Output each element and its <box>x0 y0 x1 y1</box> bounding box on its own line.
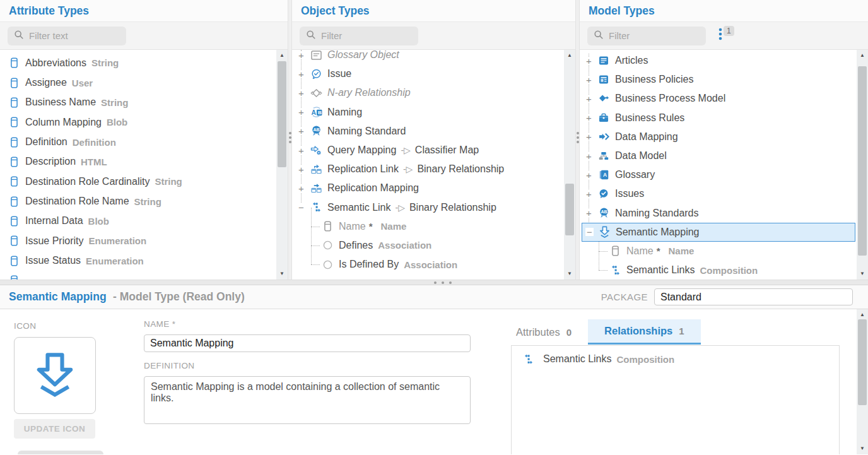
expander-icon[interactable]: + <box>585 76 593 84</box>
scroll-up-icon[interactable]: ▲ <box>857 311 868 319</box>
tree-item[interactable]: Is Defined ByAssociation <box>292 255 563 274</box>
expander-icon[interactable]: + <box>585 95 593 103</box>
tree-item[interactable]: −Semantic Mapping <box>582 223 855 242</box>
scroll-thumb[interactable] <box>278 61 286 167</box>
tree-item[interactable]: +ABNaming Standard <box>292 122 563 141</box>
tree-item[interactable]: Name*Name <box>580 242 855 261</box>
tree-item[interactable]: +N-ary Relationship <box>292 83 563 102</box>
tree-item[interactable]: DefinesAssociation <box>292 236 563 255</box>
object-types-scrollbar[interactable]: ▲ ▼ <box>564 50 575 280</box>
expander-icon[interactable]: + <box>297 165 305 174</box>
attribute-type-item[interactable]: Destination Role CardinalityString <box>0 172 288 191</box>
tree-item-label: Naming <box>327 107 362 118</box>
tree-item[interactable]: +AGlossary <box>580 165 855 184</box>
business-process-icon <box>596 94 611 103</box>
scroll-down-icon[interactable]: ▼ <box>857 270 868 278</box>
attribute-types-list-area: AbbreviationsStringAssigneeUserBusiness … <box>0 50 288 280</box>
tree-item[interactable]: +Business Policies <box>580 70 855 89</box>
attribute-type-item[interactable]: Destination Role NameString <box>0 191 288 211</box>
tab-relationships[interactable]: Relationships 1 <box>588 319 701 345</box>
tree-item[interactable]: +Query Mapping-▷Classifier Map <box>292 141 563 160</box>
attribute-type-item[interactable]: Issue PriorityEnumeration <box>0 231 288 251</box>
scroll-up-icon[interactable]: ▲ <box>564 52 575 59</box>
scroll-thumb[interactable] <box>565 184 574 235</box>
tree-item[interactable]: Name*Name <box>292 217 563 236</box>
package-input[interactable] <box>654 288 853 305</box>
expander-icon[interactable]: + <box>297 51 305 59</box>
scroll-up-icon[interactable]: ▲ <box>276 52 288 59</box>
expander-icon[interactable]: + <box>585 152 593 160</box>
svg-text:AB: AB <box>313 128 319 133</box>
splitter-right[interactable] <box>575 0 580 280</box>
update-icon-button[interactable]: UPDATE ICON <box>14 419 95 439</box>
tree-item[interactable]: +Issue <box>292 64 563 83</box>
attribute-type-item[interactable]: AssigneeUser <box>0 73 288 92</box>
tree-item[interactable]: +Data Mapping <box>580 127 855 146</box>
expander-icon[interactable]: + <box>585 57 593 65</box>
scroll-thumb[interactable] <box>858 66 867 256</box>
attribute-types-scrollbar[interactable]: ▲ ▼ <box>276 50 288 280</box>
object-types-filter[interactable] <box>300 27 418 45</box>
expander-icon[interactable]: − <box>585 228 594 236</box>
expander-icon[interactable]: + <box>585 209 593 217</box>
tree-item-qualifier: Name <box>669 245 695 256</box>
expander-icon[interactable]: + <box>585 190 593 198</box>
tree-item[interactable]: +Data Model <box>580 146 855 165</box>
tree-item[interactable]: +Replication Mapping <box>292 179 563 198</box>
attribute-type-item[interactable]: DefinitionDefinition <box>0 132 288 151</box>
tab-attributes-label: Attributes <box>516 326 560 338</box>
attribute-type-item[interactable]: Internal DataBlob <box>0 211 288 231</box>
scroll-thumb[interactable] <box>858 319 867 405</box>
attribute-types-panel: Attribute Types AbbreviationsStringAssig… <box>0 0 288 280</box>
horizontal-splitter[interactable] <box>0 280 868 285</box>
relationship-item[interactable]: Semantic LinksComposition <box>512 346 839 365</box>
expander-icon[interactable]: − <box>297 203 305 211</box>
attribute-type-item[interactable]: DescriptionHTML <box>0 152 288 172</box>
object-types-filter-input[interactable] <box>321 30 412 41</box>
model-types-filter[interactable] <box>587 27 706 45</box>
scroll-up-icon[interactable]: ▲ <box>857 52 868 59</box>
tree-item[interactable]: Semantic LinksComposition <box>580 261 855 280</box>
attribute-type-item[interactable] <box>0 271 288 280</box>
object-types-panel: Object Types +Glossary Object+Issue+N-ar… <box>292 0 575 280</box>
detail-scrollbar[interactable]: ▲ ▼ <box>857 309 868 454</box>
splitter-left[interactable] <box>288 0 292 280</box>
tree-item[interactable]: +Issues <box>580 184 855 203</box>
tree-item[interactable]: +Business Process Model <box>580 89 855 108</box>
scroll-down-icon[interactable]: ▼ <box>276 270 288 278</box>
attribute-type-item[interactable]: AbbreviationsString <box>0 53 288 73</box>
attribute-types-filter[interactable] <box>8 27 126 45</box>
definition-textarea[interactable]: Semantic Mapping is a model containing a… <box>144 376 471 424</box>
filter-options[interactable]: 1 <box>718 28 734 43</box>
expander-icon[interactable]: + <box>297 184 305 192</box>
attribute-type-item[interactable]: Business NameString <box>0 93 288 112</box>
tree-item[interactable]: +Business Rules <box>580 109 855 127</box>
attribute-type-item[interactable]: Issue StatusEnumeration <box>0 251 288 270</box>
tree-item[interactable]: +Replication Link-▷Binary Relationship <box>292 160 563 179</box>
attribute-types-filter-input[interactable] <box>29 30 120 41</box>
tree-item[interactable]: +ABNaming <box>292 103 563 122</box>
tree-item[interactable]: +ABNaming Standards <box>580 204 855 223</box>
tree-item[interactable]: +Articles <box>580 51 855 70</box>
tab-attributes[interactable]: Attributes 0 <box>500 319 588 345</box>
expander-icon[interactable]: + <box>297 108 305 116</box>
expander-icon[interactable]: + <box>585 114 593 122</box>
expander-icon[interactable]: + <box>585 133 593 141</box>
tree-item[interactable]: −Semantic Link-▷Binary Relationship <box>292 198 563 217</box>
glossary-object-icon <box>308 50 324 60</box>
detail-header: Semantic Mapping - Model Type (Read Only… <box>0 285 868 309</box>
name-input[interactable] <box>144 334 471 352</box>
scroll-down-icon[interactable]: ▼ <box>564 270 575 278</box>
model-types-filter-input[interactable] <box>609 30 700 41</box>
kebab-menu-icon[interactable] <box>718 28 722 43</box>
model-types-scrollbar[interactable]: ▲ ▼ <box>857 50 868 280</box>
expander-icon[interactable]: + <box>297 70 305 78</box>
expander-icon[interactable]: + <box>297 127 305 135</box>
attribute-type-item[interactable]: Column MappingBlob <box>0 112 288 132</box>
tree-item[interactable]: +Glossary Object <box>292 50 563 64</box>
partial-button[interactable] <box>18 451 103 454</box>
expander-icon[interactable]: + <box>585 171 593 179</box>
expander-icon[interactable]: + <box>297 89 305 97</box>
scroll-down-icon[interactable]: ▼ <box>857 445 868 452</box>
expander-icon[interactable]: + <box>297 146 305 155</box>
